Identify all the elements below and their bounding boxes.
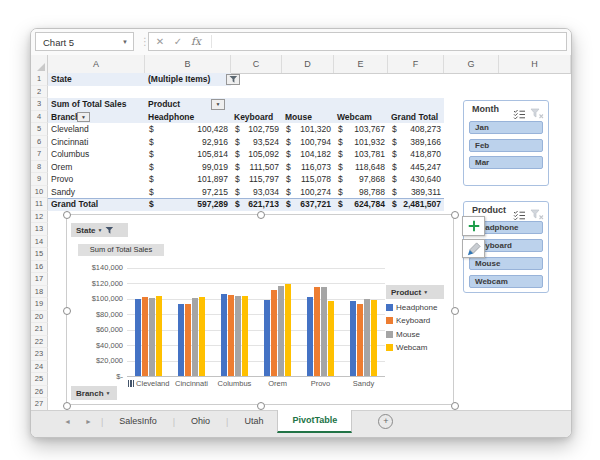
- pivot-value-cell[interactable]: $597,289: [145, 198, 231, 211]
- pivot-value-cell[interactable]: $99,019: [145, 161, 231, 174]
- row-header-14[interactable]: 14: [31, 236, 48, 249]
- pivot-value-cell[interactable]: $621,713: [231, 198, 282, 211]
- pivot-value-cell[interactable]: $92,916: [145, 136, 231, 149]
- pivot-value-cell[interactable]: $408,273: [388, 123, 444, 136]
- column-header-D[interactable]: D: [282, 55, 334, 73]
- row-header-2[interactable]: 2: [31, 86, 48, 99]
- bar-mouse-cleveland[interactable]: [149, 298, 156, 376]
- name-box[interactable]: Chart 5 ▼: [35, 32, 134, 51]
- pivot-value-cell[interactable]: $101,897: [145, 173, 231, 186]
- slicer-item-mouse[interactable]: Mouse: [469, 257, 543, 270]
- pivot-row-label[interactable]: Orem: [48, 161, 145, 174]
- column-header-H[interactable]: H: [499, 55, 571, 73]
- bar-headphone-cleveland[interactable]: [135, 299, 142, 376]
- bar-webcam-cincinnati[interactable]: [199, 297, 206, 376]
- row-header-11[interactable]: 11: [31, 198, 48, 211]
- column-header-C[interactable]: C: [231, 55, 282, 73]
- slicer-month[interactable]: MonthJanFebMar: [463, 100, 549, 186]
- row-header-6[interactable]: 6: [31, 136, 48, 149]
- row-header-12[interactable]: 12: [31, 211, 48, 224]
- pivot-row-label[interactable]: Sandy: [48, 186, 145, 199]
- slicer-item-mar[interactable]: Mar: [469, 156, 543, 169]
- pivot-value-cell[interactable]: $100,274: [282, 186, 334, 199]
- column-header-A[interactable]: A: [48, 55, 145, 73]
- pivot-column-header[interactable]: Grand Total: [388, 111, 444, 124]
- cancel-icon[interactable]: ✕: [151, 33, 169, 50]
- select-all-corner[interactable]: [31, 55, 48, 73]
- sheet-tab-utah[interactable]: Utah: [230, 411, 277, 432]
- row-header-24[interactable]: 24: [31, 361, 48, 374]
- sheet-tab-salesinfo[interactable]: SalesInfo: [105, 411, 171, 432]
- row-header-7[interactable]: 7: [31, 148, 48, 161]
- chart-selection-handle[interactable]: [451, 211, 459, 219]
- column-header-G[interactable]: G: [444, 55, 499, 73]
- bar-webcam-sandy[interactable]: [371, 300, 378, 376]
- row-header-15[interactable]: 15: [31, 248, 48, 261]
- pivot-value-cell[interactable]: $624,784: [334, 198, 388, 211]
- state-field-button[interactable]: State▼: [71, 223, 128, 237]
- chart-selection-handle[interactable]: [451, 402, 459, 410]
- chart-selection-handle[interactable]: [63, 402, 71, 410]
- pivot-column-header[interactable]: Webcam: [334, 111, 388, 124]
- bar-keyboard-orem[interactable]: [271, 290, 278, 376]
- row-header-22[interactable]: 22: [31, 336, 48, 349]
- row-header-21[interactable]: 21: [31, 323, 48, 336]
- bar-mouse-orem[interactable]: [278, 286, 285, 376]
- sheet-tab-ohio[interactable]: Ohio: [177, 411, 224, 432]
- chart-selection-handle[interactable]: [63, 211, 71, 219]
- legend-field-button[interactable]: Product▼: [386, 285, 444, 299]
- bar-webcam-provo[interactable]: [328, 301, 335, 376]
- enter-icon[interactable]: ✓: [169, 33, 187, 50]
- row-header-23[interactable]: 23: [31, 348, 48, 361]
- filter-field-label[interactable]: State: [48, 73, 145, 86]
- bar-webcam-orem[interactable]: [285, 284, 292, 376]
- row-header-3[interactable]: 3: [31, 98, 48, 111]
- pivot-value-cell[interactable]: $97,215: [145, 186, 231, 199]
- slicer-item-feb[interactable]: Feb: [469, 139, 543, 152]
- pivot-column-header[interactable]: Mouse: [282, 111, 334, 124]
- bar-headphone-sandy[interactable]: [350, 301, 357, 376]
- row-header-18[interactable]: 18: [31, 286, 48, 299]
- pivot-value-cell[interactable]: $115,078: [282, 173, 334, 186]
- pivot-value-cell[interactable]: $93,034: [231, 186, 282, 199]
- chart-selection-handle[interactable]: [257, 402, 265, 410]
- column-header-E[interactable]: E: [334, 55, 388, 73]
- bar-webcam-cleveland[interactable]: [156, 296, 163, 376]
- bar-mouse-cincinnati[interactable]: [192, 298, 199, 376]
- column-header-F[interactable]: F: [388, 55, 444, 73]
- pivot-value-cell[interactable]: $116,073: [282, 161, 334, 174]
- slicer-item-webcam[interactable]: Webcam: [469, 275, 543, 288]
- column-header-B[interactable]: B: [145, 55, 231, 73]
- pivot-column-header[interactable]: Keyboard: [231, 111, 282, 124]
- row-header-4[interactable]: 4: [31, 111, 48, 124]
- pivot-value-cell[interactable]: $115,797: [231, 173, 282, 186]
- pivot-value-cell[interactable]: $102,759: [231, 123, 282, 136]
- row-header-27[interactable]: 27: [31, 398, 48, 411]
- grand-total-label[interactable]: Grand Total: [48, 198, 145, 211]
- row-header-17[interactable]: 17: [31, 273, 48, 286]
- bar-headphone-provo[interactable]: [307, 297, 314, 376]
- bar-keyboard-provo[interactable]: [314, 287, 321, 376]
- pivot-row-label[interactable]: Cincinnati: [48, 136, 145, 149]
- sheet-nav-left-icon[interactable]: ◄: [57, 411, 78, 432]
- bar-headphone-orem[interactable]: [264, 300, 271, 376]
- branch-dropdown-button[interactable]: ▼: [77, 112, 90, 123]
- filter-field-value[interactable]: (Multiple Items): [145, 73, 231, 86]
- name-box-dropdown-icon[interactable]: ▼: [122, 33, 128, 52]
- bar-keyboard-cleveland[interactable]: [142, 297, 149, 376]
- pivot-value-cell[interactable]: $100,794: [282, 136, 334, 149]
- row-header-10[interactable]: 10: [31, 186, 48, 199]
- row-header-5[interactable]: 5: [31, 123, 48, 136]
- pivot-value-cell[interactable]: $418,870: [388, 148, 444, 161]
- pivot-row-label[interactable]: Columbus: [48, 148, 145, 161]
- sheet-nav-right-icon[interactable]: ►: [78, 411, 99, 432]
- row-field-label[interactable]: Branch: [48, 111, 145, 124]
- bar-keyboard-columbus[interactable]: [228, 295, 235, 376]
- row-header-20[interactable]: 20: [31, 311, 48, 324]
- pivot-value-cell[interactable]: $445,247: [388, 161, 444, 174]
- pivot-value-cell[interactable]: $103,781: [334, 148, 388, 161]
- product-dropdown-button[interactable]: ▼: [211, 99, 225, 110]
- pivot-value-cell[interactable]: $2,481,507: [388, 198, 444, 211]
- chart-selection-handle[interactable]: [257, 211, 265, 219]
- chart-selection-handle[interactable]: [63, 307, 71, 315]
